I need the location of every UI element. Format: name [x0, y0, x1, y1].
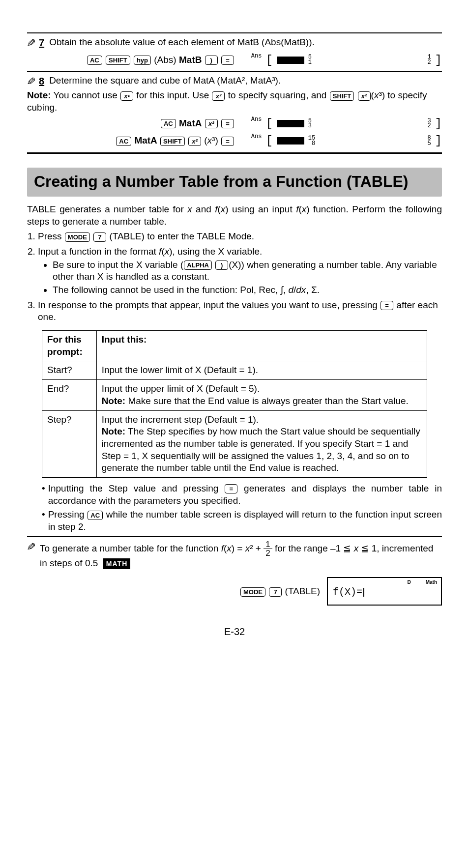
example-number: 7 [39, 36, 44, 49]
intro-paragraph: TABLE generates a number table for x and… [27, 203, 442, 228]
pencil-icon: ✎ [27, 36, 36, 51]
step-2-bullet-1: Be sure to input the X variable (ALPHA )… [53, 259, 442, 283]
step-1: Press MODE 7 (TABLE) to enter the TABLE … [38, 231, 442, 243]
key-x2: x² [205, 119, 218, 128]
key-ac: AC [88, 511, 103, 520]
key-paren: ) [215, 260, 228, 270]
table-row: End? Input the upper limit of X (Default… [42, 380, 427, 410]
key-hyp: hyp [134, 56, 151, 65]
section-title: Creating a Number Table from a Function … [34, 173, 435, 191]
key-mode: MODE [240, 587, 265, 597]
key-equals: = [221, 119, 234, 128]
math-badge: MATH [103, 558, 130, 569]
input-start: Input the lower limit of X (Default = 1)… [96, 361, 427, 380]
lcd-display: Ans [ 51 [251, 53, 312, 68]
example-number: 8 [39, 75, 44, 87]
prompt-step: Step? [42, 410, 97, 477]
header-input: Input this: [96, 331, 427, 361]
key-xpow: x▪ [120, 91, 133, 101]
keyseq-table: MODE 7 (TABLE) [240, 585, 320, 598]
key-ac: AC [161, 119, 176, 128]
page-number: E-32 [27, 625, 442, 638]
key-7: 7 [269, 587, 282, 597]
lcd-display: Ans [ 53 [251, 116, 312, 131]
key-mode: MODE [65, 232, 90, 242]
post-table-notes: • Inputting the Step value and pressing … [27, 483, 442, 533]
note-line: Note: You cannot use x▪ for this input. … [27, 89, 442, 114]
key-x2b: x² [358, 91, 371, 101]
key-x2: x² [188, 137, 201, 146]
section-header: Creating a Number Table from a Function … [27, 168, 442, 197]
lcd-display: Ans [ 158 [251, 133, 315, 148]
lcd-d-indicator: D [407, 579, 410, 585]
key-equals: = [225, 484, 237, 493]
abs-label: (Abs) [154, 55, 176, 65]
steps-list: Press MODE 7 (TABLE) to enter the TABLE … [27, 231, 442, 323]
header-prompt: For this prompt: [42, 331, 97, 361]
matb-label: MatB [179, 55, 202, 65]
step-3: In response to the prompts that appear, … [38, 299, 442, 323]
table-row: For this prompt: Input this: [42, 331, 427, 361]
key-ac: AC [116, 137, 131, 146]
example-text: Determine the square and cube of MatA (M… [49, 75, 281, 87]
table-row: Start? Input the lower limit of X (Defau… [42, 361, 427, 380]
key-ac: AC [87, 56, 102, 65]
prompts-table: For this prompt: Input this: Start? Inpu… [42, 330, 427, 478]
key-equals: = [221, 56, 234, 65]
key-shift: SHIFT [106, 56, 130, 65]
prompt-end: End? [42, 380, 97, 410]
step-2-bullet-2: The following cannot be used in the func… [53, 284, 442, 296]
key-shift: SHIFT [160, 137, 185, 146]
lcd-math-indicator: Math [426, 579, 437, 585]
key-shift: SHIFT [330, 91, 354, 101]
mata-label: MatA [134, 135, 157, 145]
lcd-fx-text: f(X)= [333, 586, 362, 598]
table-row: Step? Input the increment step (Default … [42, 410, 427, 477]
example-table: ✎ To generate a number table for the fun… [27, 540, 442, 570]
prompt-start: Start? [42, 361, 97, 380]
example-8: ✎ 8 Determine the square and cube of Mat… [27, 75, 442, 154]
pencil-icon: ✎ [27, 540, 36, 554]
key-paren: ) [205, 56, 218, 65]
pencil-icon: ✎ [27, 74, 36, 89]
key-alpha: ALPHA [184, 260, 212, 270]
key-equals: = [221, 137, 234, 146]
key-equals: = [381, 301, 393, 310]
step-2: Input a function in the format f(x), usi… [38, 246, 442, 296]
key-7: 7 [93, 232, 106, 242]
example-7: ✎ 7 Obtain the absolute value of each el… [27, 32, 442, 72]
calculator-lcd: D Math f(X)= [327, 577, 442, 606]
mata-label: MatA [179, 118, 202, 128]
example-text: Obtain the absolute value of each elemen… [49, 36, 315, 49]
key-x2: x² [212, 91, 225, 101]
input-end: Input the upper limit of X (Default = 5)… [96, 380, 427, 410]
input-step: Input the increment step (Default = 1). … [96, 410, 427, 477]
